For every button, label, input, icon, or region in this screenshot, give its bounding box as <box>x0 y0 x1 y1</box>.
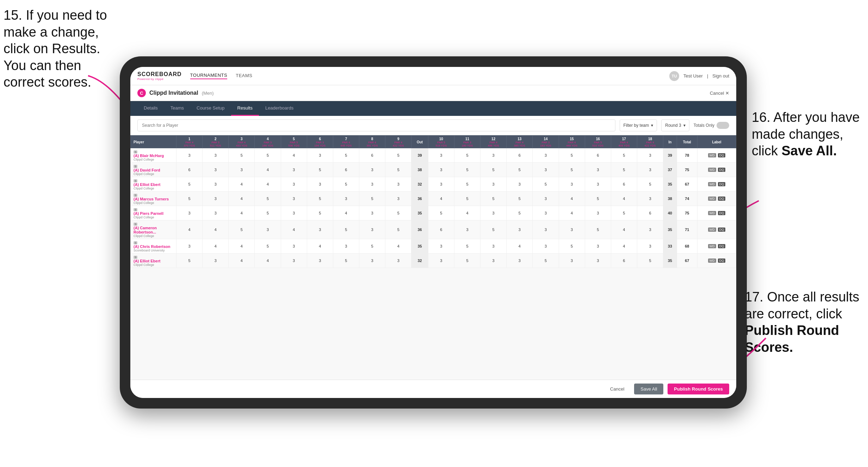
score-back-17[interactable]: 6 <box>611 177 637 192</box>
tournament-cancel-button[interactable]: Cancel ✕ <box>710 91 729 96</box>
score-front-7[interactable]: 6 <box>333 163 359 177</box>
score-front-6[interactable]: 3 <box>307 220 333 239</box>
score-front-2[interactable]: 4 <box>203 220 229 239</box>
score-back-10[interactable]: 6 <box>428 220 454 239</box>
score-back-15[interactable]: 4 <box>559 206 585 220</box>
totals-only-toggle[interactable] <box>717 122 729 129</box>
score-back-16[interactable]: 6 <box>585 148 611 163</box>
score-back-11[interactable]: 5 <box>454 192 480 206</box>
tab-details[interactable]: Details <box>137 101 164 116</box>
wd-button[interactable]: WD <box>708 197 716 201</box>
cancel-button[interactable]: Cancel <box>604 384 630 394</box>
score-back-10[interactable]: 5 <box>428 206 454 220</box>
score-back-17[interactable]: 5 <box>611 206 637 220</box>
score-back-13[interactable]: 5 <box>507 163 533 177</box>
dq-button[interactable]: DQ <box>718 211 726 215</box>
score-front-2[interactable]: 3 <box>203 206 229 220</box>
score-front-4[interactable]: 3 <box>255 220 281 239</box>
score-back-16[interactable]: 3 <box>585 254 611 268</box>
score-front-1[interactable]: 5 <box>176 177 203 192</box>
score-back-10[interactable]: 3 <box>428 177 454 192</box>
score-back-14[interactable]: 3 <box>533 163 559 177</box>
score-front-5[interactable]: 4 <box>281 148 307 163</box>
score-back-10[interactable]: 3 <box>428 163 454 177</box>
publish-round-scores-button[interactable]: Publish Round Scores <box>668 384 729 394</box>
score-front-1[interactable]: 5 <box>176 254 203 268</box>
score-back-17[interactable]: 6 <box>611 254 637 268</box>
dq-button[interactable]: DQ <box>718 182 726 186</box>
score-back-15[interactable]: 3 <box>559 220 585 239</box>
score-back-15[interactable]: 5 <box>559 148 585 163</box>
score-front-8[interactable]: 3 <box>359 254 385 268</box>
score-back-16[interactable]: 3 <box>585 163 611 177</box>
score-front-7[interactable]: 4 <box>333 206 359 220</box>
score-front-8[interactable]: 5 <box>359 192 385 206</box>
score-front-8[interactable]: 3 <box>359 177 385 192</box>
score-front-3[interactable]: 5 <box>229 148 255 163</box>
nav-teams[interactable]: TEAMS <box>236 73 252 79</box>
tab-teams[interactable]: Teams <box>164 101 190 116</box>
score-front-6[interactable]: 3 <box>307 177 333 192</box>
score-back-14[interactable]: 3 <box>533 239 559 254</box>
wd-button[interactable]: WD <box>708 211 716 215</box>
score-back-14[interactable]: 3 <box>533 148 559 163</box>
score-front-8[interactable]: 3 <box>359 163 385 177</box>
wd-button[interactable]: WD <box>708 168 716 172</box>
score-back-18[interactable]: 3 <box>637 192 663 206</box>
score-back-11[interactable]: 5 <box>454 163 480 177</box>
score-back-12[interactable]: 3 <box>480 177 507 192</box>
tab-leaderboards[interactable]: Leaderboards <box>259 101 300 116</box>
score-back-18[interactable]: 5 <box>637 177 663 192</box>
score-back-14[interactable]: 5 <box>533 177 559 192</box>
score-back-15[interactable]: 3 <box>559 177 585 192</box>
tab-course-setup[interactable]: Course Setup <box>190 101 231 116</box>
score-back-12[interactable]: 5 <box>480 163 507 177</box>
round-dropdown[interactable]: Round 3 ▾ <box>661 119 689 131</box>
score-front-3[interactable]: 4 <box>229 239 255 254</box>
score-front-5[interactable]: 3 <box>281 239 307 254</box>
score-back-13[interactable]: 3 <box>507 177 533 192</box>
score-front-2[interactable]: 3 <box>203 177 229 192</box>
score-back-10[interactable]: 3 <box>428 148 454 163</box>
score-back-18[interactable]: 3 <box>637 220 663 239</box>
score-front-9[interactable]: 5 <box>385 148 411 163</box>
score-back-12[interactable]: 3 <box>480 148 507 163</box>
score-back-16[interactable]: 3 <box>585 177 611 192</box>
score-back-13[interactable]: 5 <box>507 192 533 206</box>
score-front-8[interactable]: 3 <box>359 220 385 239</box>
score-front-7[interactable]: 3 <box>333 239 359 254</box>
score-back-10[interactable]: 4 <box>428 192 454 206</box>
score-front-7[interactable]: 5 <box>333 254 359 268</box>
score-back-15[interactable]: 5 <box>559 239 585 254</box>
score-front-9[interactable]: 4 <box>385 239 411 254</box>
score-back-17[interactable]: 5 <box>611 163 637 177</box>
score-back-13[interactable]: 6 <box>507 148 533 163</box>
score-front-8[interactable]: 6 <box>359 148 385 163</box>
score-front-2[interactable]: 3 <box>203 163 229 177</box>
score-front-6[interactable]: 5 <box>307 192 333 206</box>
score-front-3[interactable]: 4 <box>229 206 255 220</box>
score-back-14[interactable]: 3 <box>533 206 559 220</box>
score-front-9[interactable]: 3 <box>385 192 411 206</box>
score-back-10[interactable]: 3 <box>428 254 454 268</box>
dq-button[interactable]: DQ <box>718 168 726 172</box>
score-front-5[interactable]: 3 <box>281 163 307 177</box>
score-front-8[interactable]: 5 <box>359 239 385 254</box>
score-back-13[interactable]: 3 <box>507 220 533 239</box>
score-back-14[interactable]: 5 <box>533 254 559 268</box>
score-front-5[interactable]: 3 <box>281 254 307 268</box>
wd-button[interactable]: WD <box>708 182 716 186</box>
score-front-1[interactable]: 6 <box>176 163 203 177</box>
save-all-button[interactable]: Save All <box>634 384 663 394</box>
score-front-2[interactable]: 3 <box>203 148 229 163</box>
score-front-7[interactable]: 5 <box>333 220 359 239</box>
score-back-10[interactable]: 3 <box>428 239 454 254</box>
score-front-4[interactable]: 5 <box>255 148 281 163</box>
score-front-6[interactable]: 3 <box>307 148 333 163</box>
wd-button[interactable]: WD <box>708 244 716 248</box>
score-back-12[interactable]: 5 <box>480 220 507 239</box>
dq-button[interactable]: DQ <box>718 244 726 248</box>
score-back-17[interactable]: 5 <box>611 148 637 163</box>
score-front-1[interactable]: 3 <box>176 239 203 254</box>
score-front-6[interactable]: 5 <box>307 206 333 220</box>
